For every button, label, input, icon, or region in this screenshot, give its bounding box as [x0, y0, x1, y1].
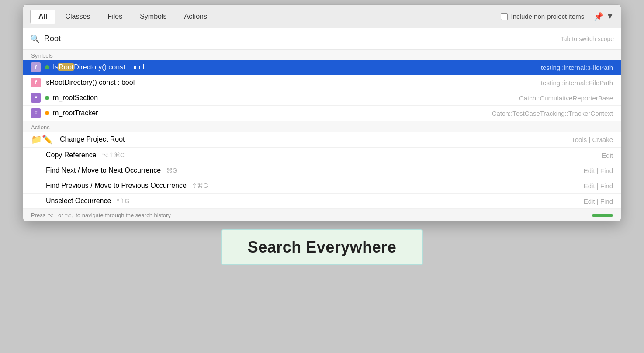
green-dot-icon — [45, 65, 49, 69]
result-row[interactable]: F m_rootSection Catch::CumulativeReporte… — [23, 90, 621, 106]
actions-section-header: Actions — [23, 121, 621, 132]
action-meta: Edit | Find — [584, 182, 613, 190]
result-row[interactable]: f IsRootDirectory() const : bool testing… — [23, 60, 621, 75]
search-input[interactable] — [44, 34, 561, 43]
shortcut: ⌘G — [166, 167, 177, 174]
action-text: Copy Reference — [46, 151, 98, 159]
shortcut: ^⇧G — [117, 197, 129, 204]
scrollbar-indicator — [592, 214, 613, 217]
action-meta: Edit — [602, 152, 613, 159]
result-text: m_rootSection — [53, 94, 98, 102]
change-project-root-icon: 📁✏️ — [31, 134, 53, 145]
shortcut: ⇧⌘G — [192, 182, 208, 189]
badge-f-pink: f — [31, 78, 41, 87]
outer-wrapper: All Classes Files Symbols Actions Includ… — [0, 0, 644, 353]
action-row-content: Find Next / Move to Next Occurrence ⌘G — [46, 166, 584, 174]
tab-symbols[interactable]: Symbols — [132, 10, 174, 23]
action-meta: Edit | Find — [584, 197, 613, 205]
result-content: 📁✏️ Change Project Root — [31, 134, 566, 145]
result-meta: testing::internal::FilePath — [541, 64, 613, 71]
bottom-label: Search Everywhere — [221, 229, 424, 265]
badge-F-purple: F — [31, 93, 41, 103]
action-row[interactable]: Copy Reference ⌥⇧⌘C Edit — [23, 148, 621, 163]
result-row[interactable]: F m_rootTracker Catch::TestCaseTracking:… — [23, 106, 621, 121]
include-non-project-label: Include non-project items — [511, 13, 585, 20]
shortcut: ⌥⇧⌘C — [102, 152, 125, 159]
tab-classes[interactable]: Classes — [57, 10, 98, 23]
tab-files[interactable]: Files — [100, 10, 130, 23]
badge-F-purple-2: F — [31, 108, 41, 118]
status-bar: Press ⌥↑ or ⌥↓ to navigate through the s… — [23, 209, 621, 221]
green-dot-icon — [45, 96, 49, 100]
result-meta: testing::internal::FilePath — [541, 79, 613, 87]
action-row-content: Unselect Occurrence ^⇧G — [46, 197, 584, 205]
action-text: Change Project Root — [60, 135, 125, 143]
scope-hint: Tab to switch scope — [561, 35, 614, 42]
action-row[interactable]: Find Next / Move to Next Occurrence ⌘G E… — [23, 163, 621, 178]
action-row[interactable]: Find Previous / Move to Previous Occurre… — [23, 178, 621, 194]
result-content: f IsRootDirectory() const : bool — [31, 62, 536, 72]
search-everywhere-dialog: All Classes Files Symbols Actions Includ… — [23, 4, 621, 221]
result-content: F m_rootSection — [31, 93, 514, 103]
action-text: Find Previous / Move to Previous Occurre… — [46, 182, 188, 189]
pin-icon[interactable]: 📌 — [594, 12, 603, 21]
badge-f-purple: f — [31, 62, 41, 72]
symbols-section-header: Symbols — [23, 49, 621, 60]
result-meta: Catch::CumulativeReporterBase — [519, 94, 613, 102]
action-text: Unselect Occurrence — [46, 197, 113, 204]
result-content: F m_rootTracker — [31, 108, 487, 118]
result-text: IsRootDirectory() const : bool — [53, 63, 144, 71]
action-row-content: Copy Reference ⌥⇧⌘C — [46, 151, 602, 159]
filter-icon[interactable]: ▼ — [606, 12, 614, 21]
search-bar: 🔍 Tab to switch scope — [23, 28, 621, 49]
action-meta: Edit | Find — [584, 167, 613, 174]
search-icon: 🔍 — [30, 34, 40, 44]
action-row-content: Find Previous / Move to Previous Occurre… — [46, 182, 584, 190]
result-row[interactable]: f IsRootDirectory() const : bool testing… — [23, 75, 621, 90]
result-meta: Catch::TestCaseTracking::TrackerContext — [492, 110, 613, 117]
include-non-project-toggle[interactable]: Include non-project items — [501, 13, 585, 20]
action-row[interactable]: Unselect Occurrence ^⇧G Edit | Find — [23, 194, 621, 209]
action-meta: Tools | CMake — [571, 136, 613, 143]
tab-all[interactable]: All — [30, 10, 55, 24]
highlighted-text: Root — [58, 63, 74, 71]
tab-actions[interactable]: Actions — [177, 10, 215, 23]
action-text: Find Next / Move to Next Occurrence — [46, 166, 163, 174]
result-text: IsRootDirectory() const : bool — [44, 79, 135, 87]
orange-dot-icon — [45, 111, 49, 115]
result-content: f IsRootDirectory() const : bool — [31, 78, 536, 87]
results-area: Symbols f IsRootDirectory() const : bool… — [23, 49, 621, 209]
status-text: Press ⌥↑ or ⌥↓ to navigate through the s… — [31, 212, 171, 218]
result-text: m_rootTracker — [53, 109, 98, 117]
include-non-project-checkbox[interactable] — [501, 13, 508, 20]
tab-bar: All Classes Files Symbols Actions Includ… — [23, 5, 621, 28]
action-row[interactable]: 📁✏️ Change Project Root Tools | CMake — [23, 132, 621, 148]
